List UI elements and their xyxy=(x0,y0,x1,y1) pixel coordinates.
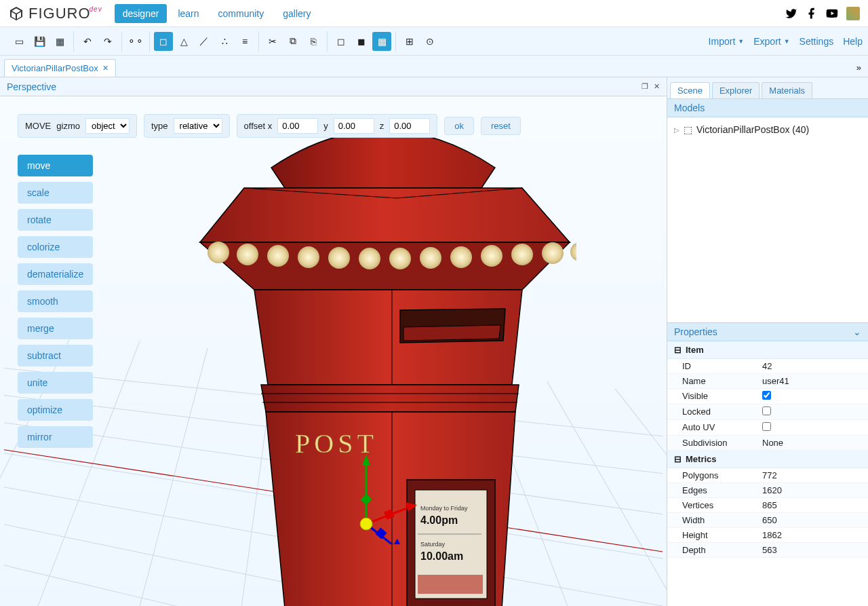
locked-checkbox[interactable] xyxy=(762,406,771,415)
svg-line-15 xyxy=(615,389,667,606)
copy-icon[interactable]: ⧉ xyxy=(283,32,302,51)
save-icon[interactable]: 💾 xyxy=(30,32,49,51)
select-vertex-icon[interactable]: ∴ xyxy=(215,32,234,51)
prop-visible: Visible xyxy=(667,389,868,404)
autouv-checkbox[interactable] xyxy=(762,422,771,431)
prop-polygons: Polygons772 xyxy=(667,468,868,483)
svg-marker-50 xyxy=(392,539,406,544)
tree-root[interactable]: ▷ ⬚ VictorianPillarPostBox (40) xyxy=(674,124,861,135)
social-links xyxy=(785,7,860,20)
gizmo-select[interactable]: object xyxy=(85,118,130,134)
tab-scene[interactable]: Scene xyxy=(670,82,710,98)
svg-rect-42 xyxy=(418,575,483,594)
nodes-icon[interactable]: ⚬⚬ xyxy=(126,32,145,51)
svg-point-23 xyxy=(359,248,380,269)
cut-icon[interactable]: ✂ xyxy=(263,32,282,51)
youtube-icon[interactable] xyxy=(826,7,838,20)
transform-gizmo[interactable] xyxy=(346,449,427,544)
visible-checkbox[interactable] xyxy=(762,391,771,400)
select-triangle-icon[interactable]: △ xyxy=(174,32,193,51)
select-edge-icon[interactable]: ／ xyxy=(195,32,214,51)
facebook-icon[interactable] xyxy=(806,7,818,20)
shade-solid-icon[interactable]: ▦ xyxy=(372,32,391,51)
prop-edges: Edges1620 xyxy=(667,483,868,498)
metrics-group-header[interactable]: ⊟Metrics xyxy=(667,451,868,468)
document-tab[interactable]: VictorianPillarPostBox ✕ xyxy=(4,59,116,77)
ok-button[interactable]: ok xyxy=(444,117,474,135)
metrics-group: ⊟Metrics Polygons772 Edges1620 Vertices8… xyxy=(667,451,868,558)
tabs-expand-icon[interactable]: » xyxy=(856,62,861,73)
new-file-icon[interactable]: ▭ xyxy=(9,32,28,51)
tool-unite[interactable]: unite xyxy=(18,372,93,394)
svg-text:Monday to Friday: Monday to Friday xyxy=(420,505,468,512)
redo-icon[interactable]: ↷ xyxy=(98,32,117,51)
nav-designer[interactable]: designer xyxy=(115,4,167,23)
nav-community[interactable]: community xyxy=(210,4,273,23)
export-menu[interactable]: Export ▼ xyxy=(753,36,789,47)
logo[interactable]: FIGURO dev xyxy=(8,5,102,22)
toolbar-right: Import ▼ Export ▼ Settings Help xyxy=(709,36,863,47)
collapse-icon[interactable]: ⌄ xyxy=(853,326,861,337)
camera-icon[interactable]: ⊙ xyxy=(420,32,439,51)
tool-move[interactable]: move xyxy=(18,155,93,176)
avatar[interactable] xyxy=(846,7,860,20)
tool-smooth[interactable]: smooth xyxy=(18,290,93,312)
nav-gallery[interactable]: gallery xyxy=(275,4,319,23)
offset-x-input[interactable] xyxy=(277,118,318,134)
prop-vertices: Vertices865 xyxy=(667,498,868,513)
shade-wire-icon[interactable]: ◻ xyxy=(332,32,351,51)
tree-root-label: VictorianPillarPostBox (40) xyxy=(696,124,809,135)
tool-colorize[interactable]: colorize xyxy=(18,236,93,258)
settings-link[interactable]: Settings xyxy=(800,36,834,47)
type-select[interactable]: relative xyxy=(174,118,222,134)
svg-point-18 xyxy=(208,242,229,263)
properties-panel-title: Properties ⌄ xyxy=(667,322,868,341)
svg-point-22 xyxy=(328,247,350,269)
saveall-icon[interactable]: ▦ xyxy=(50,32,69,51)
mode-group: MOVE gizmo object xyxy=(18,114,137,138)
right-panel: Scene Explorer Materials Models ▷ ⬚ Vict… xyxy=(667,77,868,606)
shade-flat-icon[interactable]: ◼ xyxy=(352,32,371,51)
offset-z-input[interactable] xyxy=(389,118,430,134)
svg-point-24 xyxy=(389,248,411,269)
offset-y-input[interactable] xyxy=(334,118,374,134)
prop-height: Height1862 xyxy=(667,528,868,543)
tab-label: VictorianPillarPostBox xyxy=(12,63,98,73)
tool-mirror[interactable]: mirror xyxy=(18,426,93,448)
snap-icon[interactable]: ⊞ xyxy=(400,32,419,51)
nav-learn[interactable]: learn xyxy=(170,4,207,23)
tool-merge[interactable]: merge xyxy=(18,318,93,339)
tab-explorer[interactable]: Explorer xyxy=(712,82,760,98)
offset-group: offset x y z xyxy=(237,114,438,138)
item-group: ⊟Item ID42 Nameuser41 Visible Locked Aut… xyxy=(667,341,868,451)
prop-width: Width650 xyxy=(667,513,868,528)
tool-scale[interactable]: scale xyxy=(18,182,93,204)
tool-subtract[interactable]: subtract xyxy=(18,345,93,366)
close-viewport-icon[interactable]: ✕ xyxy=(654,82,660,91)
item-group-header[interactable]: ⊟Item xyxy=(667,341,868,359)
tool-rotate[interactable]: rotate xyxy=(18,209,93,231)
import-menu[interactable]: Import ▼ xyxy=(709,36,745,47)
tool-optimize[interactable]: optimize xyxy=(18,399,93,421)
select-object-icon[interactable]: ◻ xyxy=(154,32,173,51)
tool-dematerialize[interactable]: dematerialize xyxy=(18,263,93,285)
viewport-column: Perspective ❐ ✕ xyxy=(0,77,667,606)
prop-depth: Depth563 xyxy=(667,543,868,558)
reset-button[interactable]: reset xyxy=(481,117,521,135)
svg-rect-48 xyxy=(384,509,394,519)
viewport[interactable]: POST Monday to Friday 4.00pm Saturday 10… xyxy=(0,96,667,606)
prop-subdivision: SubdivisionNone xyxy=(667,436,868,451)
maximize-icon[interactable]: ❐ xyxy=(642,82,648,91)
caret-icon[interactable]: ▷ xyxy=(674,126,679,134)
close-icon[interactable]: ✕ xyxy=(102,64,108,73)
select-layers-icon[interactable]: ≡ xyxy=(235,32,254,51)
undo-icon[interactable]: ↶ xyxy=(78,32,97,51)
cube-icon xyxy=(8,5,24,22)
twitter-icon[interactable] xyxy=(785,7,797,20)
help-link[interactable]: Help xyxy=(843,36,863,47)
paste-icon[interactable]: ⎘ xyxy=(304,32,323,51)
chevron-down-icon: ▼ xyxy=(738,38,744,45)
tab-materials[interactable]: Materials xyxy=(762,82,812,98)
prop-id: ID42 xyxy=(667,359,868,374)
svg-point-19 xyxy=(237,244,258,265)
